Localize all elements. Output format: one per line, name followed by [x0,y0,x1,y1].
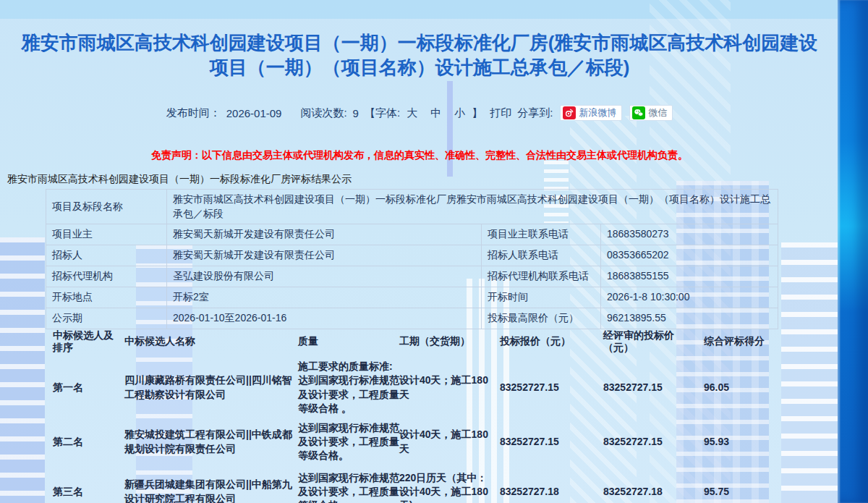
field-value: 圣弘建设股份有限公司 [167,266,482,287]
section-title: 雅安市雨城区高技术科创园建设项目（一期）一标段标准化厂房评标结果公示 [7,173,352,186]
field-label: 招标代理机构联系电话 [482,266,601,287]
score-cell: 95.75 [693,463,778,503]
bid-result-table: 中标候选人及排序 中标候选人名称 质量 工期（交货期） 投标报价（元） 经评审的… [46,329,778,503]
field-label: 项目业主 [46,224,167,245]
field-label: 开标地点 [46,287,167,308]
share-wechat-label: 微信 [648,106,667,119]
table-row: 公示期 2026-01-10至2026-01-16 投标最高限价（元） 9621… [46,308,778,329]
field-value: 2026-1-8 10:30:00 [601,287,778,308]
view-count-value: 9 [353,107,359,119]
field-label: 开标时间 [482,287,601,308]
score-cell: 96.05 [693,355,778,421]
duration-cell: 设计40天，施工180天 [399,421,489,463]
share-label: 分享到: [517,106,553,120]
field-value: 18683855155 [601,266,778,287]
field-value: 08353665202 [601,245,778,266]
font-size-bracket-open: 【字体: [365,106,400,120]
disclaimer-text: 免责声明：以下信息由交易主体或代理机构发布，信息的真实性、准确性、完整性、合法性… [0,149,839,162]
share-weibo-label: 新浪微博 [579,106,616,119]
field-value: 96213895.55 [601,308,778,329]
quality-cell: 达到国家现行标准规范及设计要求，工程质量等级合格。 [297,421,399,463]
field-value: 雅安市雨城区高技术科创园建设项目（一期）一标段标准化厂房雅安市雨城区高技术科创园… [167,190,778,224]
column-header: 经评审的投标价（元） [599,329,693,355]
table-row: 第二名 雅安城投建筑工程有限公司||中铁成都规划设计院有限责任公司 达到国家现行… [46,421,778,463]
candidate-name: 四川康藏路桥有限责任公司||四川铭智工程勘察设计有限公司 [122,355,297,421]
column-header: 工期（交货期） [399,329,489,355]
table-row: 项目业主 雅安蜀天新城开发建设有限责任公司 项目业主联系电话 186835802… [46,224,778,245]
field-label: 项目及标段名称 [46,190,167,224]
publish-time-value: 2026-01-09 [226,107,282,119]
field-value: 开标2室 [167,287,482,308]
table-row: 开标地点 开标2室 开标时间 2026-1-8 10:30:00 [46,287,778,308]
field-value: 2026-01-10至2026-01-16 [167,308,482,329]
column-header: 综合评标得分 [693,329,778,355]
view-count-label: 阅读次数: [300,106,346,120]
table-row: 招标人 雅安蜀天新城开发建设有限责任公司 招标人联系电话 08353665202 [46,245,778,266]
table-row: 第一名 四川康藏路桥有限责任公司||四川铭智工程勘察设计有限公司 施工要求的质量… [46,355,778,421]
result-table-header-row: 中标候选人及排序 中标候选人名称 质量 工期（交货期） 投标报价（元） 经评审的… [46,329,778,355]
field-label: 招标人联系电话 [482,245,601,266]
evaluated-price-cell: 83252727.15 [599,421,693,463]
font-size-large-button[interactable]: 大 [407,106,417,120]
font-size-bracket-close: 】 [472,106,482,120]
candidate-rank: 第一名 [46,355,122,421]
page: 雅安市雨城区高技术科创园建设项目（一期）一标段标准化厂房(雅安市雨城区高技术科创… [0,0,868,503]
quality-cell: 施工要求的质量标准:达到国家现行标准规范及设计要求，工程质量等级合格 。 [297,355,399,421]
field-label: 投标最高限价（元） [482,308,601,329]
candidate-name: 新疆兵团城建集团有限公司||中船第九设计研究院工程有限公司 [122,463,297,503]
duration-cell: 设计40天；施工180天 [399,355,489,421]
evaluated-price-cell: 83252727.18 [599,463,693,503]
weibo-icon [563,106,576,119]
candidate-rank: 第二名 [46,421,122,463]
bid-price-cell: 83252727.15 [489,421,599,463]
page-title: 雅安市雨城区高技术科创园建设项目（一期）一标段标准化厂房(雅安市雨城区高技术科创… [14,30,825,80]
meta-bar: 发布时间： 2026-01-09 阅读次数: 9 【字体: 大 中 小 】 打印… [0,105,839,121]
quality-cell: 达到国家现行标准规范及设计要求，工程质量等级合格 [297,463,399,503]
tables-area: 项目及标段名称 雅安市雨城区高技术科创园建设项目（一期）一标段标准化厂房雅安市雨… [46,189,778,503]
bid-price-cell: 83252727.15 [489,355,599,421]
project-info-table: 项目及标段名称 雅安市雨城区高技术科创园建设项目（一期）一标段标准化厂房雅安市雨… [46,189,778,329]
font-size-small-button[interactable]: 小 [454,106,465,120]
share-wechat-button[interactable]: 微信 [629,105,673,121]
duration-cell: 220日历天（其中：设计40天，施工180天) [399,463,489,503]
publish-time-label: 发布时间： [166,106,221,120]
share-weibo-button[interactable]: 新浪微博 [560,105,622,121]
column-header: 中标候选人及排序 [46,329,122,355]
score-cell: 95.93 [693,421,778,463]
field-label: 招标人 [46,245,167,266]
bid-price-cell: 83252727.18 [489,463,599,503]
font-size-medium-button[interactable]: 中 [430,106,441,120]
wechat-icon [632,106,645,119]
column-header: 中标候选人名称 [122,329,297,355]
field-value: 雅安蜀天新城开发建设有限责任公司 [167,224,482,245]
print-button[interactable]: 打印 [490,106,511,120]
field-label: 招标代理机构 [46,266,167,287]
candidate-rank: 第三名 [46,463,122,503]
field-value: 18683580273 [601,224,778,245]
table-row: 第三名 新疆兵团城建集团有限公司||中船第九设计研究院工程有限公司 达到国家现行… [46,463,778,503]
candidate-name: 雅安城投建筑工程有限公司||中铁成都规划设计院有限责任公司 [122,421,297,463]
field-value: 雅安蜀天新城开发建设有限责任公司 [167,245,482,266]
field-label: 项目业主联系电话 [482,224,601,245]
table-row: 项目及标段名称 雅安市雨城区高技术科创园建设项目（一期）一标段标准化厂房雅安市雨… [46,190,778,224]
column-header: 质量 [297,329,399,355]
column-header: 投标报价（元） [489,329,599,355]
table-row: 招标代理机构 圣弘建设股份有限公司 招标代理机构联系电话 18683855155 [46,266,778,287]
evaluated-price-cell: 83252727.15 [599,355,693,421]
field-label: 公示期 [46,308,167,329]
